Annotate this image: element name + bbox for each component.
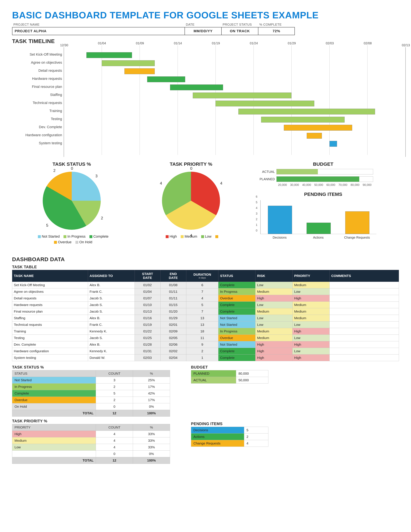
charts-row: TASK STATUS % 03252 Not Started In Progr…: [12, 161, 399, 253]
pending-xlabel: Change Requests: [338, 234, 376, 239]
gantt-bar: [261, 117, 345, 123]
pie-label: 5: [46, 223, 48, 228]
table-row: Complete542%: [12, 390, 170, 397]
priority-table: PRIORITYCOUNT%High433%Medium433%Low433%0…: [12, 424, 170, 464]
section-dashboard-data: DASHBOARD DATA: [12, 256, 399, 262]
th-duration: DURATIONin days: [186, 270, 218, 282]
pending-bar: [307, 223, 331, 234]
header-labels: PROJECT NAME DATE PROJECT STATUS % COMPL…: [12, 22, 399, 27]
budget-tick: 30,000: [289, 183, 301, 187]
pending-ytick: 3: [256, 212, 257, 215]
label-project-name: PROJECT NAME: [12, 22, 185, 27]
budget-bar-fill: [277, 169, 318, 174]
header-row: PROJECT ALPHA MM/DD/YY ON TRACK 72%: [12, 27, 399, 35]
task-status-chart: TASK STATUS % 03252 Not Started In Progr…: [12, 161, 131, 253]
th-status: STATUS: [218, 270, 255, 282]
gantt-tick: 02/03: [326, 41, 334, 45]
gantt-row-label: Staffing: [12, 93, 62, 97]
pie-label: 0: [190, 166, 192, 171]
gantt-bar: [86, 52, 132, 58]
table-row: Agree on objectivesFrank C.01/0401/117In…: [12, 288, 399, 295]
budget-title: BUDGET: [251, 161, 396, 167]
pending-title: PENDING ITEMS: [251, 191, 396, 197]
pending-bar: [345, 211, 369, 234]
section-timeline: TASK TIMELINE: [12, 38, 399, 44]
gantt-tick: 02/08: [364, 41, 372, 45]
subsection-priority: TASK PRIORITY %: [12, 419, 170, 423]
pending-table: Decisions5Actions2Change Requests4: [191, 427, 268, 447]
task-table: TASK NAMEASSIGNED TOSTARTDATEENDDATEDURA…: [12, 270, 399, 361]
gantt-row-label: Set Kick-Off Meeting: [12, 52, 62, 57]
pending-xlabel: Decisions: [260, 234, 299, 239]
legend-high: High: [169, 234, 177, 238]
table-row: Dev. CompleteAlex B.01/2802/069Not Start…: [12, 341, 399, 348]
task-priority-chart: TASK PRIORITY % 0444 High Medium Low: [131, 161, 251, 253]
gantt-chart: 12/3001/0401/0901/1401/1901/2401/2902/03…: [64, 45, 405, 158]
budget-row-label: PLANNED: [257, 177, 276, 181]
legend-on-hold: On Hold: [79, 240, 92, 244]
table-row: Final resource planJacob S.01/1301/207Co…: [12, 308, 399, 315]
table-row: TestingJacob S.01/2502/0511OverdueMedium…: [12, 335, 399, 341]
pending-ytick: 5: [256, 201, 257, 204]
budget-table: PLANNED80,000ACTUAL50,000: [191, 370, 268, 383]
table-row: 00%: [12, 451, 170, 457]
th-status: STATUS: [12, 370, 96, 377]
table-row: Hardware requestsJacob S.01/1001/155Comp…: [12, 302, 399, 308]
task-status-legend: Not Started In Progress Complete Overdue…: [12, 234, 131, 245]
value-complete: 72%: [258, 27, 295, 35]
gantt-bar: [329, 141, 337, 147]
table-row: Detail requestsJacob S.01/0701/114Overdu…: [12, 295, 399, 302]
budget-tick: 40,000: [301, 183, 313, 187]
subsection-status: TASK STATUS %: [12, 365, 170, 370]
gantt-row-label: Agree on objectives: [12, 60, 62, 65]
budget-chart: ACTUALPLANNED20,00030,00040,00050,00060,…: [257, 169, 373, 187]
gantt-row-label: System testing: [12, 141, 62, 145]
th-end: ENDDATE: [160, 270, 186, 282]
table-row: Set Kick-Off MeetingAlex B.01/0201/086Co…: [12, 282, 399, 288]
pie-label: 0: [71, 166, 73, 171]
table-row: On Hold00%: [12, 403, 170, 410]
th-count: COUNT: [96, 424, 133, 431]
legend-overdue: Overdue: [58, 240, 71, 244]
gantt-bar: [284, 125, 352, 131]
page-title: BASIC DASHBOARD TEMPLATE FOR GOOGLE SHEE…: [12, 10, 399, 20]
gantt-tick: 01/09: [136, 41, 144, 45]
budget-pending-column: BUDGET ACTUALPLANNED20,00030,00040,00050…: [251, 161, 396, 253]
table-row: TrainingKennedy K.01/2202/0918In Progres…: [12, 328, 399, 335]
pie-label: 2: [53, 168, 56, 173]
table-row: High433%: [12, 431, 170, 437]
gantt-tick: 01/14: [174, 41, 182, 45]
budget-tick: 70,000: [337, 183, 349, 187]
subsection-task-table: TASK TABLE: [12, 265, 399, 269]
gantt-bar: [307, 133, 322, 139]
total-row: TOTAL12100%: [12, 457, 170, 464]
legend-not-started: Not Started: [42, 234, 60, 238]
table-row: StaffingAlex B.01/1601/2913Not StartedLo…: [12, 315, 399, 322]
gantt-tick: 01/29: [288, 41, 296, 45]
label-status: PROJECT STATUS: [221, 22, 258, 27]
table-row: PLANNED80,000: [191, 370, 268, 377]
table-row: Overdue217%: [12, 397, 170, 403]
pie-label: 4: [220, 181, 222, 186]
pending-chart: 0123456: [260, 200, 376, 234]
pending-ytick: 0: [256, 229, 257, 232]
total-row: TOTAL12100%: [12, 410, 170, 417]
pie-label: 2: [101, 216, 103, 220]
gantt-row-label: Testing: [12, 117, 62, 121]
status-table: STATUSCOUNT%Not Started325%In Progress21…: [12, 370, 170, 417]
gantt-bar: [238, 109, 375, 114]
gantt-bar: [215, 101, 314, 106]
gantt-row-label: Hardware configuration: [12, 133, 62, 137]
gantt-bar: [102, 60, 155, 66]
legend-complete: Complete: [93, 234, 108, 238]
gantt-row-label: Training: [12, 109, 62, 113]
gantt-tick: 01/19: [212, 41, 220, 45]
pending-xlabel: Actions: [299, 234, 338, 239]
gantt-tick: 02/13: [402, 43, 410, 47]
pending-ytick: 4: [256, 206, 257, 210]
subsection-pending: PENDING ITEMS: [191, 422, 268, 426]
task-status-title: TASK STATUS %: [12, 161, 131, 167]
table-row: Medium433%: [12, 437, 170, 444]
legend-low: Low: [205, 234, 211, 238]
gantt-row-label: Hardware requests: [12, 76, 62, 81]
